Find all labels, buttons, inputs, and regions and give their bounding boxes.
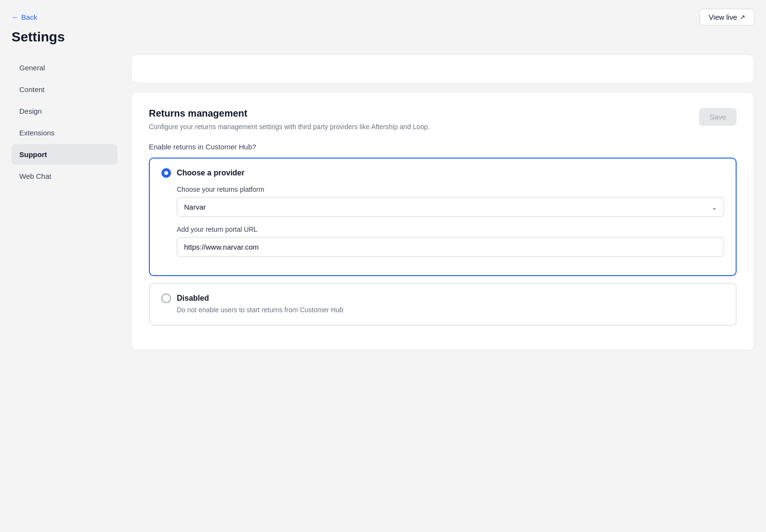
save-button[interactable]: Save [699, 108, 737, 126]
card-header: Returns management Configure your return… [149, 108, 737, 132]
sidebar-item-extensions-label: Extensions [19, 129, 54, 137]
sidebar-item-web-chat-label: Web Chat [19, 172, 51, 180]
disabled-radio-button[interactable] [161, 293, 171, 303]
external-link-icon: ↗ [740, 13, 745, 21]
platform-field-label: Choose your returns platform [177, 186, 724, 193]
view-live-button[interactable]: View live ↗ [700, 9, 754, 26]
platform-select-wrapper: Narvar Aftership Loop Happy Returns ⌄ [177, 197, 724, 217]
sidebar-item-general[interactable]: General [12, 57, 118, 78]
provider-radio-header: Choose a provider [161, 168, 724, 178]
sidebar-item-support[interactable]: Support [12, 144, 118, 165]
sidebar-item-web-chat[interactable]: Web Chat [12, 166, 118, 186]
card-header-text: Returns management Configure your return… [149, 108, 430, 132]
platform-field-group: Choose your returns platform Narvar Afte… [177, 186, 724, 217]
content-area: Returns management Configure your return… [118, 54, 754, 359]
back-label: Back [21, 13, 37, 21]
sidebar-item-design[interactable]: Design [12, 101, 118, 121]
sidebar-item-content[interactable]: Content [12, 79, 118, 100]
sidebar-item-design-label: Design [19, 107, 42, 115]
url-field-group: Add your return portal URL [177, 226, 724, 257]
disabled-option-description: Do not enable users to start returns fro… [177, 305, 724, 315]
back-link[interactable]: ← Back [12, 13, 37, 21]
sidebar: General Content Design Extensions Suppor… [12, 54, 118, 359]
url-input[interactable] [177, 237, 724, 257]
provider-option-label: Choose a provider [177, 169, 244, 177]
provider-radio-button[interactable] [161, 168, 171, 178]
url-field-label: Add your return portal URL [177, 226, 724, 233]
sidebar-item-general-label: General [19, 64, 45, 72]
platform-select[interactable]: Narvar Aftership Loop Happy Returns [177, 197, 724, 217]
sidebar-item-extensions[interactable]: Extensions [12, 122, 118, 143]
card-title: Returns management [149, 108, 430, 119]
card-description: Configure your returns management settin… [149, 122, 430, 132]
section-label: Enable returns in Customer Hub? [149, 143, 737, 151]
sidebar-item-content-label: Content [19, 85, 45, 93]
disabled-option-box[interactable]: Disabled Do not enable users to start re… [149, 283, 737, 326]
back-arrow-icon: ← [12, 13, 19, 21]
page-title: Settings [12, 29, 754, 45]
disabled-option-label: Disabled [177, 294, 209, 303]
view-live-label: View live [709, 13, 737, 21]
provider-option-box[interactable]: Choose a provider Choose your returns pl… [149, 158, 737, 276]
sidebar-item-support-label: Support [19, 150, 47, 159]
returns-management-card: Returns management Configure your return… [131, 92, 754, 350]
partial-top-card [131, 54, 754, 83]
disabled-radio-header: Disabled [161, 293, 724, 303]
